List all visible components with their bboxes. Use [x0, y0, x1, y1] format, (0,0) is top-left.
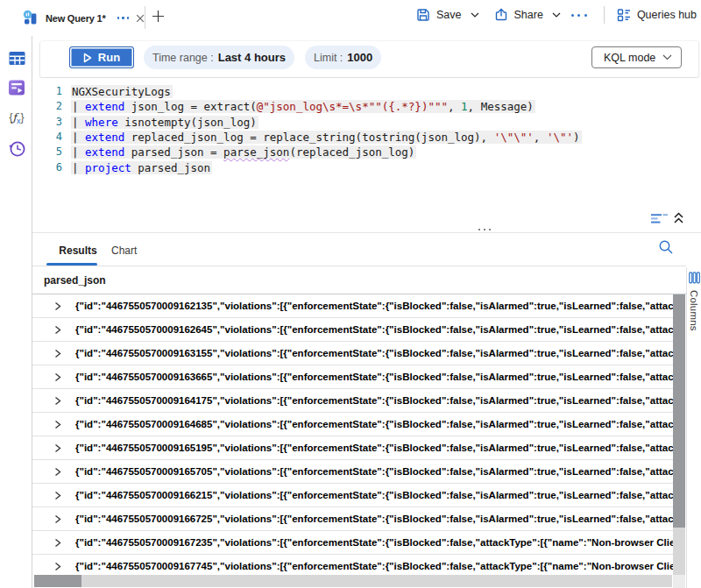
command-bar: Save Share	[416, 4, 697, 26]
search-icon[interactable]	[658, 239, 674, 255]
row-expand-icon[interactable]	[54, 420, 61, 429]
row-expand-icon[interactable]	[54, 467, 61, 477]
row-expand-icon[interactable]	[54, 538, 61, 548]
run-label: Run	[98, 51, 120, 64]
save-button[interactable]: Save	[416, 8, 479, 22]
save-chevron-icon[interactable]	[471, 12, 479, 18]
query-toolbar: Run Time range : Last 4 hours Limit : 10…	[40, 41, 698, 77]
code-line-1[interactable]: 1NGXSecurityLogs	[40, 84, 173, 99]
result-row[interactable]: {"id":"4467550570009163155","violations"…	[32, 342, 673, 365]
share-button[interactable]: Share	[494, 8, 561, 22]
result-row[interactable]: {"id":"4467550570009165195","violations"…	[32, 436, 673, 460]
row-json: {"id":"4467550570009163155","violations"…	[75, 342, 673, 365]
code-line-4[interactable]: 4| extend replaced_json_log = replace_st…	[40, 130, 582, 145]
history-icon[interactable]	[7, 138, 26, 158]
code-line-3[interactable]: 3| where isnotempty(json_log)	[40, 115, 258, 130]
save-icon	[416, 8, 430, 22]
row-expand-icon[interactable]	[54, 325, 61, 335]
row-json: {"id":"4467550570009164685","violations"…	[75, 413, 673, 436]
limit-pill[interactable]: Limit : 1000	[305, 46, 381, 69]
kusto-web-explorer: New Query 1* Save	[0, 0, 701, 588]
line-number: 4	[40, 130, 63, 145]
columns-panel[interactable]: Columns	[686, 267, 701, 588]
columns-panel-label: Columns	[689, 290, 699, 331]
result-row[interactable]: {"id":"4467550570009162645","violations"…	[32, 318, 673, 342]
queries-hub-button[interactable]: Queries hub	[617, 8, 697, 22]
result-row[interactable]: {"id":"4467550570009163665","violations"…	[32, 365, 673, 389]
row-expand-icon[interactable]	[54, 514, 61, 524]
row-json: {"id":"4467550570009163665","violations"…	[75, 365, 673, 388]
recall-results-icon[interactable]	[650, 212, 669, 225]
row-json: {"id":"4467550570009165195","violations"…	[75, 436, 673, 459]
limit-label: Limit :	[314, 52, 343, 64]
line-number: 3	[40, 115, 63, 130]
save-label: Save	[436, 9, 462, 21]
row-json: {"id":"4467550570009166725","violations"…	[75, 507, 673, 530]
queries-hub-icon	[617, 8, 631, 22]
result-row[interactable]: {"id":"4467550570009166725","violations"…	[32, 507, 673, 531]
tab-close-icon[interactable]	[136, 14, 145, 23]
row-expand-icon[interactable]	[54, 443, 61, 453]
time-range-pill[interactable]: Time range : Last 4 hours	[144, 46, 294, 69]
tables-icon[interactable]	[7, 48, 26, 67]
row-json: {"id":"4467550570009162135","violations"…	[75, 294, 673, 317]
command-bar-divider	[604, 6, 605, 24]
row-expand-icon[interactable]	[54, 349, 61, 358]
row-expand-icon[interactable]	[54, 301, 61, 311]
row-expand-icon[interactable]	[54, 562, 61, 571]
tab-chart[interactable]: Chart	[111, 244, 137, 257]
run-button[interactable]: Run	[69, 46, 134, 68]
line-number: 2	[40, 99, 63, 114]
result-row[interactable]: {"id":"4467550570009164685","violations"…	[32, 413, 673, 436]
result-row[interactable]: {"id":"4467550570009167745","violations"…	[32, 555, 673, 575]
pane-drag-handle[interactable]	[478, 229, 491, 230]
columns-icon	[689, 272, 701, 284]
kql-mode-select[interactable]: KQL mode	[591, 46, 682, 68]
saved-queries-icon[interactable]	[7, 78, 26, 97]
time-range-value: Last 4 hours	[218, 51, 286, 64]
horizontal-scrollbar[interactable]	[34, 575, 672, 587]
limit-value: 1000	[347, 51, 372, 64]
tab-overflow-icon[interactable]	[117, 17, 130, 19]
row-json: {"id":"4467550570009166215","violations"…	[75, 484, 673, 507]
row-json: {"id":"4467550570009167745","violations"…	[75, 555, 673, 575]
vertical-scrollbar-thumb[interactable]	[673, 294, 685, 528]
line-number: 1	[40, 84, 63, 99]
row-json: {"id":"4467550570009167235","violations"…	[75, 531, 673, 554]
result-row[interactable]: {"id":"4467550570009162135","violations"…	[32, 294, 673, 318]
row-expand-icon[interactable]	[54, 396, 61, 406]
query-tab[interactable]: New Query 1*	[0, 0, 145, 36]
left-rail-divider	[32, 36, 32, 588]
share-label: Share	[514, 9, 543, 21]
scrollbar-corner	[673, 575, 685, 588]
result-row[interactable]: {"id":"4467550570009165705","violations"…	[32, 460, 673, 484]
results-tabbar: Results Chart	[32, 233, 701, 266]
code-line-5[interactable]: 5| extend parsed_json = parse_json(repla…	[40, 145, 416, 159]
tab-divider	[145, 6, 145, 29]
collapse-editor-icon[interactable]	[673, 211, 684, 225]
line-number: 5	[40, 145, 63, 159]
row-json: {"id":"4467550570009165705","violations"…	[75, 460, 673, 483]
share-chevron-icon[interactable]	[552, 12, 561, 18]
functions-icon[interactable]: {ƒx}	[7, 109, 26, 128]
horizontal-scrollbar-thumb[interactable]	[34, 575, 81, 587]
tab-bar: New Query 1* Save	[0, 0, 701, 36]
tab-results[interactable]: Results	[53, 244, 103, 257]
result-row[interactable]: {"id":"4467550570009167235","violations"…	[32, 531, 673, 555]
row-json: {"id":"4467550570009164175","violations"…	[75, 389, 673, 412]
vertical-scrollbar[interactable]	[673, 294, 685, 575]
new-tab-button[interactable]	[152, 10, 165, 23]
row-expand-icon[interactable]	[54, 372, 61, 382]
result-row[interactable]: {"id":"4467550570009166215","violations"…	[32, 484, 673, 507]
row-expand-icon[interactable]	[54, 491, 61, 500]
more-actions-icon[interactable]	[571, 14, 587, 17]
query-editor[interactable]: 1NGXSecurityLogs2| extend json_log = ext…	[32, 78, 701, 232]
column-header-parsed-json[interactable]: parsed_json	[44, 274, 106, 287]
code-line-6[interactable]: 6| project parsed_json	[40, 160, 212, 175]
results-grid: {"id":"4467550570009162135","violations"…	[32, 294, 673, 575]
grid-header: parsed_json	[32, 266, 673, 294]
result-row[interactable]: {"id":"4467550570009164175","violations"…	[32, 389, 673, 413]
share-icon	[494, 8, 508, 22]
code-line-2[interactable]: 2| extend json_log = extract(@"json_log\…	[40, 99, 535, 114]
tab-title: New Query 1*	[46, 13, 106, 24]
